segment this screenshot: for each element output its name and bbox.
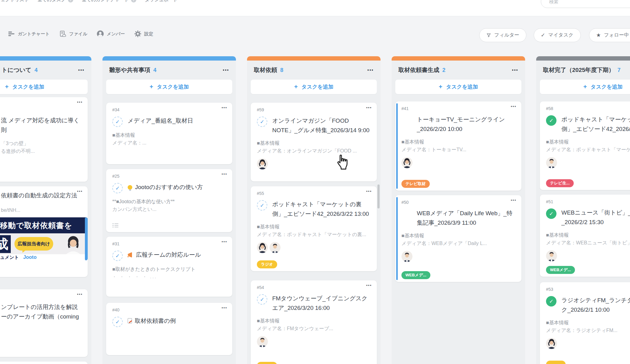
- card-menu-icon[interactable]: •••: [77, 292, 83, 296]
- add-task-button[interactable]: + タスクを追加: [0, 80, 88, 94]
- task-id: #53: [546, 287, 630, 292]
- label-tag-tv-live: テレビ生...: [546, 179, 574, 187]
- avatar-woman: [401, 157, 413, 168]
- column-task-count: 8: [280, 67, 283, 73]
- task-description: 「3つの壁」 る進捗の不明...: [1, 140, 82, 155]
- assignee-avatars: [257, 336, 371, 347]
- task-description: ■基本情報 メディア名：WEBメディア「Daily L...: [401, 232, 515, 247]
- column-accent-bar: [536, 56, 630, 61]
- label-tag-partial: [546, 361, 566, 364]
- card-menu-icon[interactable]: •••: [511, 104, 516, 109]
- column-scrollbar[interactable]: [377, 184, 380, 208]
- tab-label: 全てのガントチャート: [82, 0, 129, 3]
- column-menu-icon[interactable]: •••: [512, 68, 518, 73]
- toolbar-gantt-chart[interactable]: ガントチャート: [8, 30, 50, 38]
- card-menu-icon[interactable]: •••: [221, 306, 227, 310]
- task-check-icon[interactable]: ✓: [257, 117, 267, 127]
- task-card[interactable]: ••• #59 ✓ オンラインマガジン「FOOD NOTE」_グルメ特集_202…: [251, 103, 377, 181]
- tab-label: ダッシュボード: [145, 0, 178, 3]
- task-card[interactable]: •••: [0, 362, 88, 364]
- task-done-icon[interactable]: ✓: [546, 208, 556, 219]
- task-card[interactable]: ••• #34 ✓ メディア_番組名_取材日 ■基本情報 メディア名：...: [106, 103, 232, 164]
- search-box[interactable]: [541, 0, 630, 8]
- task-card[interactable]: #58 ✓ ポッドキャスト「マーケット 側」_エピソード42_2026/3/ ■…: [540, 101, 630, 190]
- toolbar-files[interactable]: ファイル: [59, 30, 87, 38]
- kanban-column-request-doc-generation: 取材依頼書生成 2 ••• + タスクを追加 ••• #41 トーキョーTV_モ…: [392, 56, 525, 364]
- card-menu-icon[interactable]: •••: [77, 100, 83, 104]
- task-check-icon[interactable]: ✓: [112, 117, 123, 127]
- add-task-button[interactable]: + タスクを追加: [540, 80, 630, 94]
- add-task-button[interactable]: + タスクを追加: [395, 80, 521, 94]
- task-check-icon[interactable]: ✓: [257, 200, 267, 211]
- kanban-column-templates: 雛形や共有事項 4 ••• + タスクを追加 ••• #34 ✓ メディア_番組…: [102, 56, 236, 364]
- toolbar-members[interactable]: メンバー: [97, 30, 125, 38]
- avatar-woman: [257, 242, 268, 253]
- button-label: フィルター: [494, 32, 520, 38]
- column-menu-icon[interactable]: •••: [78, 68, 85, 73]
- card-menu-icon[interactable]: •••: [366, 105, 372, 110]
- plus-icon: +: [294, 83, 298, 90]
- task-done-icon[interactable]: ✓: [546, 115, 556, 126]
- avatar-man: [546, 250, 557, 261]
- task-card[interactable]: #53 ✓ ラジオシティFM_ランチタイ ク_2026/2/1 10:00 ■基…: [540, 282, 630, 364]
- search-input[interactable]: [549, 0, 630, 4]
- video-thumbnail[interactable]: 移動で取材依頼書を 成 広報担当者向け ュメント: [0, 217, 88, 260]
- help-icon[interactable]: ?: [68, 0, 73, 2]
- tab-label: 全てのタスク: [38, 0, 66, 3]
- card-menu-icon[interactable]: •••: [221, 172, 227, 176]
- column-task-count: 4: [34, 67, 38, 73]
- task-title: 広報チームの対応ルール: [128, 250, 201, 261]
- task-card[interactable]: ••• #41 トーキョーTV_モーニングライン _2026/2/20 10:0…: [395, 101, 521, 191]
- task-card[interactable]: #51 ✓ WEBニュース「街トピ」_速 _2026/2/2 15:30 ■基本…: [540, 195, 630, 277]
- help-icon[interactable]: ?: [131, 0, 136, 2]
- add-task-button[interactable]: + タスクを追加: [106, 80, 232, 94]
- task-check-icon[interactable]: ✓: [112, 317, 123, 327]
- my-task-button[interactable]: ✓ マイタスク: [534, 28, 581, 42]
- tab-dashboard[interactable]: ダッシュボード: [145, 0, 178, 3]
- task-card[interactable]: ••• ンプレートの活用方法を解説 ーのアーカイブ動画（coming: [0, 289, 88, 357]
- tab-all-tasks[interactable]: 全てのタスク ?: [38, 0, 73, 3]
- kanban-column-about: トについて 4 ••• + タスクを追加 ••• 流 メディア対応を成功に導く …: [0, 56, 91, 364]
- column-title: 取材完了（2025年度下期）: [543, 66, 614, 74]
- card-menu-icon[interactable]: •••: [511, 198, 516, 202]
- label-tag-web-media: WEBメデ...: [401, 271, 430, 279]
- task-card[interactable]: ••• #25 ✓ Jootoのおすすめの使い方 **■Jootoの基本的な使い…: [106, 169, 232, 232]
- task-card[interactable]: ••• #40 ✓ 取材依頼書の例: [106, 303, 232, 355]
- tab-all-gantt[interactable]: 全てのガントチャート ?: [82, 0, 136, 3]
- task-title: ポッドキャスト「マーケットの裏 側」_エピソード42_2026/3/22 13:…: [272, 200, 369, 219]
- tab-project-list[interactable]: ェクトリスト: [1, 0, 29, 3]
- card-menu-icon[interactable]: •••: [366, 189, 372, 193]
- column-accent-bar: [0, 56, 91, 61]
- avatar-woman: [546, 338, 557, 349]
- card-menu-icon[interactable]: •••: [221, 239, 227, 244]
- add-task-button[interactable]: + タスクを追加: [251, 80, 377, 94]
- task-card[interactable]: ••• 流 メディア対応を成功に導く 則 「3つの壁」 る進捗の不明...: [0, 97, 88, 182]
- plus-icon: +: [5, 83, 9, 90]
- task-id: #54: [257, 285, 371, 290]
- column-menu-icon[interactable]: •••: [223, 68, 229, 73]
- task-card[interactable]: ••• #50 WEBメディア「Daily Life Web」_特 集記事_20…: [395, 195, 521, 282]
- task-check-icon[interactable]: ✓: [112, 183, 123, 193]
- task-description: ■基本情報 メディア名：...: [112, 131, 226, 147]
- filter-button[interactable]: フィルター: [479, 28, 526, 42]
- task-check-icon[interactable]: ✓: [257, 294, 267, 305]
- task-title: トーキョーTV_モーニングライン _2026/2/20 10:00: [417, 115, 505, 134]
- task-card[interactable]: ••• #31 ✓ 広報チームの対応ルール ■取材がきたときのトークスクリプト …: [106, 237, 232, 297]
- card-menu-icon[interactable]: •••: [366, 283, 372, 287]
- task-card[interactable]: ••• #54 ✓ FMタウンウェーブ_イブニングスク エア_2026/3/20…: [251, 280, 377, 364]
- task-card[interactable]: ••• 依頼書の自動生成の設定方法 be/tNH... 移動で取材依頼書を 成 …: [0, 186, 88, 277]
- task-title: ラジオシティFM_ランチタイ ク_2026/2/1 10:00: [561, 295, 630, 315]
- task-card[interactable]: ••• #55 ✓ ポッドキャスト「マーケットの裏 側」_エピソード42_202…: [251, 186, 377, 271]
- assignee-avatars: [257, 158, 371, 169]
- task-id: #25: [112, 174, 226, 179]
- task-done-icon[interactable]: ✓: [546, 296, 556, 307]
- card-menu-icon[interactable]: •••: [221, 105, 227, 110]
- video-link-text[interactable]: be/tNH...: [1, 208, 82, 213]
- card-menu-icon[interactable]: •••: [77, 189, 83, 193]
- column-title: 取材依頼書生成: [398, 66, 439, 74]
- following-button[interactable]: ★ フォロー中: [589, 28, 630, 42]
- task-check-icon[interactable]: ✓: [112, 251, 123, 261]
- jooto-kanban-app: { "header": { "tabs": [ { "label": "ェクトリ…: [0, 0, 630, 364]
- toolbar-settings[interactable]: 設定: [134, 30, 153, 38]
- column-menu-icon[interactable]: •••: [367, 68, 374, 73]
